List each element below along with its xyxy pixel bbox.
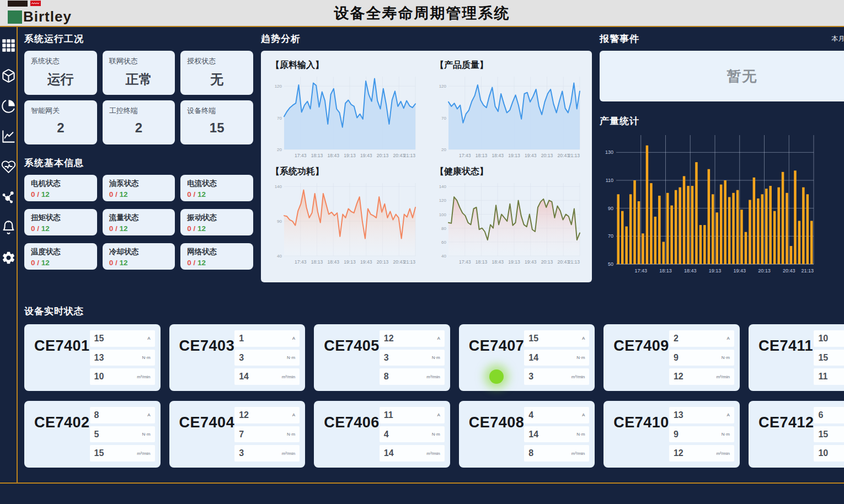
molecule-icon[interactable] xyxy=(0,189,17,205)
svg-text:18:13: 18:13 xyxy=(311,259,323,265)
line-chart-icon[interactable] xyxy=(0,128,17,144)
svg-text:17:43: 17:43 xyxy=(459,259,471,265)
svg-text:120: 120 xyxy=(275,84,282,89)
info-card-label: 电流状态 xyxy=(187,179,247,189)
device-card[interactable]: CE740512A3N·m8m³/min xyxy=(314,324,450,391)
status-card: 联网状态正常 xyxy=(103,51,175,95)
device-value: 11 xyxy=(384,410,393,420)
device-card[interactable]: CE74031A3N·m14m³/min xyxy=(169,324,306,391)
svg-text:20: 20 xyxy=(277,147,282,152)
device-card[interactable]: CE74126A15N·m10m³/min xyxy=(749,401,844,468)
device-unit: m³/min xyxy=(137,374,150,379)
device-name: CE7402 xyxy=(34,414,90,462)
device-value: 15 xyxy=(528,334,538,344)
device-value: 8 xyxy=(528,448,533,458)
device-unit: N·m xyxy=(722,432,730,437)
health-monitor-icon[interactable] xyxy=(0,158,17,175)
device-value-strip: 8m³/min xyxy=(380,368,445,385)
device-value: 3 xyxy=(239,353,244,363)
svg-text:19:43: 19:43 xyxy=(360,259,372,265)
panel-alarm-production: 报警事件 本月本周本日 暂无 产量统计 50709011013017:4318:… xyxy=(600,33,844,301)
device-value-strip: 3m³/min xyxy=(524,368,589,385)
device-value: 14 xyxy=(384,448,394,458)
svg-text:140: 140 xyxy=(439,184,447,189)
svg-text:19:13: 19:13 xyxy=(344,153,356,158)
device-unit: A xyxy=(292,336,295,341)
status-card-label: 智能网关 xyxy=(31,106,90,116)
device-name: CE7404 xyxy=(179,414,235,462)
device-value: 10 xyxy=(818,334,828,344)
device-value-strip: 5N·m xyxy=(90,426,155,443)
status-card-label: 工控终端 xyxy=(109,106,169,116)
device-values: 8A5N·m15m³/min xyxy=(90,407,155,462)
device-unit: N·m xyxy=(432,355,440,360)
device-value: 12 xyxy=(674,372,683,382)
device-card[interactable]: CE740611A4N·m14m³/min xyxy=(314,401,450,468)
device-value-strip: 9N·m xyxy=(669,426,734,443)
svg-text:130: 130 xyxy=(605,149,613,155)
panel-run-status: 系统运行工况 系统状态运行联网状态正常授权状态无智能网关2工控终端2设备终端15… xyxy=(24,33,253,301)
device-name: CE7411 xyxy=(758,337,813,385)
device-card[interactable]: CE74092A9N·m12m³/min xyxy=(603,324,740,391)
chart-title: 【原料输入】 xyxy=(271,60,420,71)
svg-text:20: 20 xyxy=(441,147,446,152)
device-unit: A xyxy=(292,412,295,417)
info-card: 温度状态0 / 12 xyxy=(24,243,97,270)
bell-icon[interactable] xyxy=(0,219,17,235)
svg-text:21:13: 21:13 xyxy=(568,259,580,265)
status-card-value: 正常 xyxy=(103,71,175,88)
svg-text:21:13: 21:13 xyxy=(801,268,814,274)
device-unit: A xyxy=(437,412,440,417)
device-value-strip: 12m³/min xyxy=(669,368,734,385)
device-unit: N·m xyxy=(576,432,585,437)
alarm-tab[interactable]: 本月 xyxy=(831,34,844,44)
device-card[interactable]: CE74028A5N·m15m³/min xyxy=(24,401,161,468)
svg-text:19:13: 19:13 xyxy=(508,153,520,158)
device-unit: m³/min xyxy=(282,374,295,379)
svg-text:20:13: 20:13 xyxy=(377,259,389,265)
svg-text:18:13: 18:13 xyxy=(311,153,323,158)
device-value-strip: 4A xyxy=(524,407,589,423)
status-card-value: 运行 xyxy=(24,71,97,88)
device-value: 10 xyxy=(94,372,104,382)
device-card[interactable]: CE74084A14N·m8m³/min xyxy=(459,401,595,468)
device-card[interactable]: CE741110A15N·m11m³/min xyxy=(749,324,844,391)
info-card-value: 0 / 12 xyxy=(187,259,247,267)
device-unit: m³/min xyxy=(426,374,440,379)
device-value-strip: 8A xyxy=(90,407,155,423)
device-value: 15 xyxy=(818,430,828,439)
svg-text:18:43: 18:43 xyxy=(492,153,504,158)
gear-icon[interactable] xyxy=(0,249,17,266)
device-value: 14 xyxy=(528,353,538,363)
device-value: 14 xyxy=(239,372,249,382)
pie-chart-icon[interactable] xyxy=(0,98,17,114)
device-card[interactable]: CE740715A14N·m3m³/min xyxy=(459,324,595,391)
svg-text:19:43: 19:43 xyxy=(733,268,746,274)
device-value: 5 xyxy=(94,430,99,439)
device-value-strip: 6A xyxy=(814,407,844,423)
device-value: 9 xyxy=(674,353,679,363)
info-card: 振动状态0 / 12 xyxy=(180,209,253,235)
device-card[interactable]: CE740412A7N·m3m³/min xyxy=(169,401,306,468)
device-value-strip: 1A xyxy=(234,330,300,347)
device-card[interactable]: CE741013A9N·m12m³/min xyxy=(603,401,740,468)
device-value-strip: 9N·m xyxy=(669,350,734,366)
device-value-strip: 15A xyxy=(90,330,155,347)
device-name: CE7409 xyxy=(613,337,669,385)
svg-text:60: 60 xyxy=(441,240,446,245)
device-value: 2 xyxy=(674,334,679,344)
device-card[interactable]: CE740115A13N·m10m³/min xyxy=(24,324,161,391)
device-value-strip: 3N·m xyxy=(234,350,300,366)
apps-grid-icon[interactable] xyxy=(0,37,17,53)
status-card-value: 2 xyxy=(24,120,97,136)
svg-text:19:13: 19:13 xyxy=(508,259,520,265)
svg-text:50: 50 xyxy=(608,261,613,267)
device-value-strip: 2A xyxy=(669,330,734,347)
device-unit: N·m xyxy=(142,432,150,437)
svg-text:19:43: 19:43 xyxy=(525,259,537,265)
device-cards: CE740115A13N·m10m³/minCE74031A3N·m14m³/m… xyxy=(24,324,844,468)
cube-icon[interactable] xyxy=(0,67,17,84)
device-unit: A xyxy=(582,336,585,341)
device-value: 11 xyxy=(818,372,827,382)
device-values: 4A14N·m8m³/min xyxy=(524,407,589,462)
